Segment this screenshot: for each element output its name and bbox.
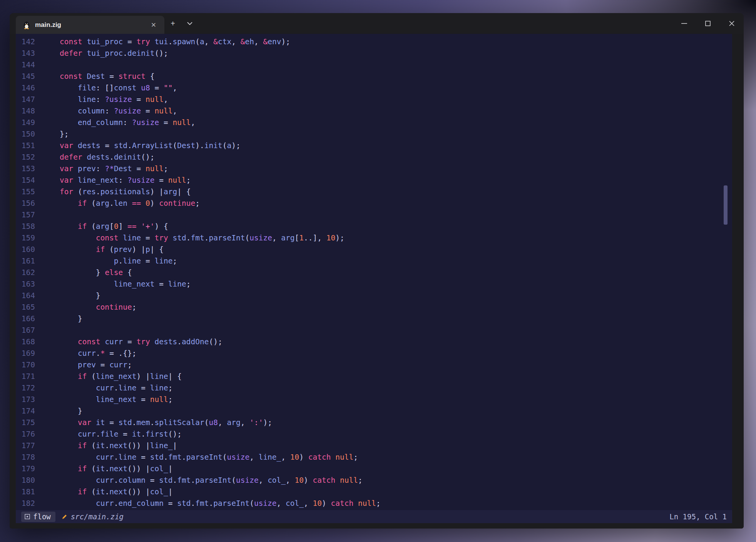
boxed-dot-icon xyxy=(25,514,30,519)
code-text: defer tui_proc.deinit(); xyxy=(42,48,168,59)
pencil-icon xyxy=(62,514,67,520)
code-line[interactable]: 150 }; xyxy=(16,128,732,140)
code-line[interactable]: 146 file: []const u8 = "", xyxy=(16,82,732,94)
line-number: 176 xyxy=(16,429,35,440)
code-line[interactable]: 169 curr.* = .{}; xyxy=(16,348,732,359)
code-text: var prev: ?*Dest = null; xyxy=(42,163,168,175)
code-line[interactable]: 151 var dests = std.ArrayList(Dest).init… xyxy=(16,140,732,152)
tab-main-zig[interactable]: main.zig × xyxy=(16,16,164,34)
line-number: 179 xyxy=(16,463,35,475)
code-line[interactable]: 162 } else { xyxy=(16,267,732,279)
code-line[interactable]: 163 line_next = line; xyxy=(16,279,732,290)
tab-title: main.zig xyxy=(35,21,61,29)
code-text: var line_next: ?usize = null; xyxy=(42,175,191,186)
code-line[interactable]: 173 line_next = null; xyxy=(16,394,732,405)
code-line[interactable]: 149 end_column: ?usize = null, xyxy=(16,117,732,128)
line-number: 182 xyxy=(16,498,35,509)
code-text: const line = try std.fmt.parseInt(usize,… xyxy=(42,232,345,244)
code-text: line_next = line; xyxy=(42,279,191,290)
tab-close-icon[interactable]: × xyxy=(148,20,159,30)
terminal-content: 142 const tui_proc = try tui.spawn(a, &c… xyxy=(10,34,744,529)
titlebar[interactable]: main.zig × + xyxy=(10,13,744,34)
line-number: 175 xyxy=(16,417,35,429)
code-line[interactable]: 144 xyxy=(16,59,732,71)
code-text: }; xyxy=(42,128,69,140)
code-line[interactable]: 179 if (it.next()) |col_| xyxy=(16,463,732,475)
code-text: line: ?usize = null, xyxy=(42,94,168,105)
line-number: 156 xyxy=(16,198,35,209)
code-line[interactable]: 145 const Dest = struct { xyxy=(16,71,732,82)
line-number: 172 xyxy=(16,382,35,394)
code-line[interactable]: 155 for (res.positionals) |arg| { xyxy=(16,186,732,198)
line-number: 151 xyxy=(16,140,35,152)
code-line[interactable]: 161 p.line = line; xyxy=(16,255,732,267)
code-line[interactable]: 168 const curr = try dests.addOne(); xyxy=(16,336,732,348)
code-line[interactable]: 180 curr.column = std.fmt.parseInt(usize… xyxy=(16,475,732,486)
code-text: curr.line = std.fmt.parseInt(usize, line… xyxy=(42,452,358,463)
line-number: 173 xyxy=(16,394,35,405)
code-text: if (arg.len == 0) continue; xyxy=(42,198,200,209)
line-number: 154 xyxy=(16,175,35,186)
code-line[interactable]: 142 const tui_proc = try tui.spawn(a, &c… xyxy=(16,36,732,48)
code-text: for (res.positionals) |arg| { xyxy=(42,186,191,198)
line-number: 160 xyxy=(16,244,35,255)
code-line[interactable]: 178 curr.line = std.fmt.parseInt(usize, … xyxy=(16,452,732,463)
file-segment[interactable]: src/main.zig xyxy=(62,512,124,521)
line-number: 163 xyxy=(16,279,35,290)
code-line[interactable]: 158 if (arg[0] == '+') { xyxy=(16,221,732,232)
code-line[interactable]: 172 curr.line = line; xyxy=(16,382,732,394)
code-line[interactable]: 157 xyxy=(16,209,732,221)
code-text: if (it.next()) |col_| xyxy=(42,463,173,475)
code-line[interactable]: 165 continue; xyxy=(16,302,732,313)
code-line[interactable]: 171 if (line_next) |line| { xyxy=(16,371,732,382)
maximize-icon[interactable] xyxy=(696,13,720,34)
line-number: 143 xyxy=(16,48,35,59)
line-number: 169 xyxy=(16,348,35,359)
code-line[interactable]: 143 defer tui_proc.deinit(); xyxy=(16,48,732,59)
code-line[interactable]: 182 curr.end_column = std.fmt.parseInt(u… xyxy=(16,498,732,509)
code-text: var dests = std.ArrayList(Dest).init(a); xyxy=(42,140,241,152)
line-number: 152 xyxy=(16,152,35,163)
code-line[interactable]: 154 var line_next: ?usize = null; xyxy=(16,175,732,186)
code-line[interactable]: 156 if (arg.len == 0) continue; xyxy=(16,198,732,209)
terminal-window: main.zig × + 142 const tui_proc = try tu… xyxy=(10,13,744,529)
code-line[interactable]: 160 if (prev) |p| { xyxy=(16,244,732,255)
code-line[interactable]: 147 line: ?usize = null, xyxy=(16,94,732,105)
code-line[interactable]: 170 prev = curr; xyxy=(16,359,732,371)
code-area: 142 const tui_proc = try tui.spawn(a, &c… xyxy=(16,36,732,509)
code-text: defer dests.deinit(); xyxy=(42,152,155,163)
line-number: 157 xyxy=(16,209,35,221)
code-text: } xyxy=(42,405,82,417)
code-line[interactable]: 181 if (it.next()) |col_| xyxy=(16,486,732,498)
minimize-icon[interactable] xyxy=(672,13,696,34)
code-line[interactable]: 177 if (it.next()) |line_| xyxy=(16,440,732,452)
code-line[interactable]: 148 column: ?usize = null, xyxy=(16,105,732,117)
scrollbar-thumb[interactable] xyxy=(724,185,728,225)
code-line[interactable]: 174 } xyxy=(16,405,732,417)
code-line[interactable]: 167 xyxy=(16,325,732,336)
code-line[interactable]: 175 var it = std.mem.splitScalar(u8, arg… xyxy=(16,417,732,429)
line-number: 181 xyxy=(16,486,35,498)
close-icon[interactable] xyxy=(720,13,744,34)
mode-label: flow xyxy=(33,512,51,521)
code-line[interactable]: 153 var prev: ?*Dest = null; xyxy=(16,163,732,175)
line-number: 167 xyxy=(16,325,35,336)
line-number: 155 xyxy=(16,186,35,198)
tux-penguin-icon xyxy=(23,21,30,29)
code-line[interactable]: 164 } xyxy=(16,290,732,302)
code-text: curr.file = it.first(); xyxy=(42,429,182,440)
code-line[interactable]: 152 defer dests.deinit(); xyxy=(16,152,732,163)
code-text: if (it.next()) |col_| xyxy=(42,486,173,498)
code-text: } else { xyxy=(42,267,132,279)
window-controls xyxy=(672,13,744,34)
mode-indicator[interactable]: flow xyxy=(21,512,55,522)
code-text: end_column: ?usize = null, xyxy=(42,117,195,128)
code-line[interactable]: 166 } xyxy=(16,313,732,325)
new-tab-button[interactable]: + xyxy=(164,13,181,34)
code-line[interactable]: 159 const line = try std.fmt.parseInt(us… xyxy=(16,232,732,244)
line-number: 165 xyxy=(16,302,35,313)
chevron-down-icon[interactable] xyxy=(181,13,198,34)
editor[interactable]: 142 const tui_proc = try tui.spawn(a, &c… xyxy=(16,34,732,510)
code-text: var it = std.mem.splitScalar(u8, arg, ':… xyxy=(42,417,272,429)
code-line[interactable]: 176 curr.file = it.first(); xyxy=(16,429,732,440)
